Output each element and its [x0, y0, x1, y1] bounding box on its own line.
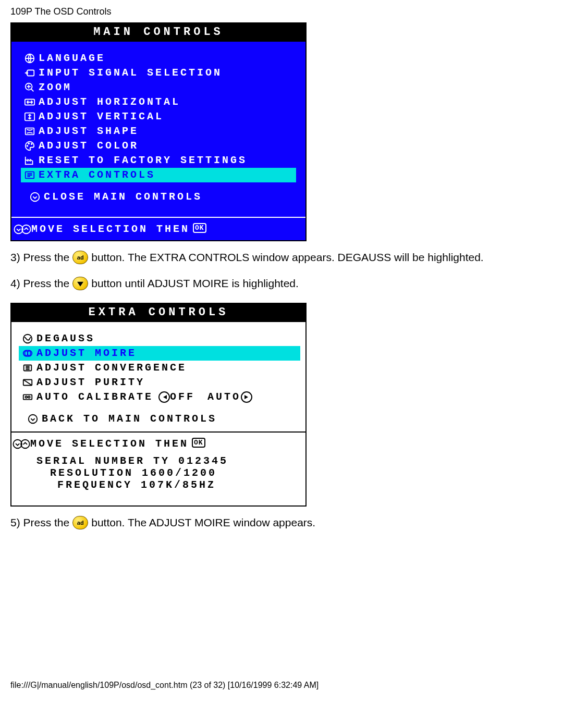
down-circle-icon — [26, 191, 44, 203]
menu-item-adjust-moire[interactable]: ADJUST MOIRE — [19, 346, 300, 361]
up-down-icon — [13, 438, 30, 450]
svg-point-6 — [27, 145, 28, 146]
menu-label: ADJUST CONVERGENCE — [36, 361, 187, 375]
instruction-step-3: 3) Press the ad button. The EXTRA CONTRO… — [10, 251, 553, 264]
input-icon — [21, 67, 39, 79]
resolution: RESOLUTION 1600/1200 — [36, 467, 300, 479]
menu-item-language[interactable]: LANGUAGE — [21, 51, 296, 66]
menu-item-back-main[interactable]: BACK TO MAIN CONTROLS — [19, 412, 300, 426]
menu-label: RESET TO FACTORY SETTINGS — [39, 153, 247, 168]
menu-item-adjust-horizontal[interactable]: ADJUST HORIZONTAL — [21, 95, 296, 109]
menu-label: ADJUST SHAPE — [39, 124, 139, 139]
svg-point-21 — [28, 396, 30, 398]
horiz-icon — [21, 96, 39, 108]
svg-rect-5 — [26, 128, 34, 135]
frequency: FREQUENCY 107K/85HZ — [36, 479, 300, 491]
footer-text: MOVE SELECTION THEN — [30, 438, 189, 450]
instruction-step-4: 4) Press the button until ADJUST MOIRE i… — [10, 277, 553, 290]
down-button-icon — [72, 277, 88, 290]
svg-point-22 — [29, 415, 38, 424]
menu-label: INPUT SIGNAL SELECTION — [39, 66, 222, 80]
menu-label: DEGAUSS — [36, 331, 95, 346]
calibrate-icon — [19, 391, 36, 403]
menu-label: ADJUST MOIRE — [36, 346, 137, 361]
converge-icon — [19, 362, 36, 374]
left-arrow-icon — [158, 391, 170, 403]
svg-point-16 — [28, 351, 31, 355]
menu-label: LANGUAGE — [39, 51, 105, 66]
page-footer-path: file:///G|/manual/english/109P/osd/osd_c… — [10, 681, 553, 690]
menu-label: ADJUST VERTICAL — [39, 109, 164, 124]
moire-icon — [19, 348, 36, 359]
osd-title: MAIN CONTROLS — [11, 23, 305, 42]
down-circle-icon — [24, 413, 42, 425]
step-text: 3) Press the — [10, 251, 69, 264]
menu-label: EXTRA CONTROLS — [39, 168, 155, 182]
up-down-icon — [14, 224, 31, 235]
serial-number: SERIAL NUMBER TY 012345 — [36, 455, 300, 467]
vert-icon — [21, 111, 39, 122]
auto-label: AUTO — [207, 390, 241, 404]
osd-extra-controls: EXTRA CONTROLS DEGAUSS ADJUST MOIRE ADJU… — [10, 303, 307, 507]
ok-icon: OK — [193, 223, 206, 233]
svg-point-20 — [25, 396, 27, 398]
svg-rect-1 — [27, 70, 34, 76]
language-icon — [21, 53, 39, 64]
reset-icon — [21, 155, 39, 166]
purity-icon — [19, 377, 36, 388]
menu-label: AUTO CALIBRATE — [36, 390, 153, 404]
svg-point-10 — [31, 193, 40, 202]
right-arrow-icon — [241, 391, 252, 403]
menu-item-adjust-shape[interactable]: ADJUST SHAPE — [21, 124, 296, 139]
menu-item-zoom[interactable]: ZOOM — [21, 80, 296, 95]
step-text: button. The ADJUST MOIRE window appears. — [91, 516, 315, 529]
menu-item-degauss[interactable]: DEGAUSS — [19, 331, 300, 346]
osd-footer: MOVE SELECTION THEN OK — [11, 217, 305, 240]
menu-label: BACK TO MAIN CONTROLS — [42, 412, 217, 426]
menu-label: ADJUST COLOR — [39, 139, 139, 153]
menu-item-auto-calibrate[interactable]: AUTO CALIBRATE OFF AUTO — [19, 390, 300, 404]
degauss-icon — [19, 333, 36, 344]
menu-item-adjust-convergence[interactable]: ADJUST CONVERGENCE — [19, 361, 300, 375]
menu-item-extra-controls[interactable]: EXTRA CONTROLS — [21, 168, 296, 182]
color-icon — [21, 140, 39, 152]
off-label: OFF — [170, 390, 195, 404]
menu-label: CLOSE MAIN CONTROLS — [44, 190, 202, 204]
page-header: 109P The OSD Controls — [10, 6, 553, 17]
menu-item-adjust-vertical[interactable]: ADJUST VERTICAL — [21, 109, 296, 124]
menu-item-adjust-color[interactable]: ADJUST COLOR — [21, 139, 296, 153]
step-text: button. The EXTRA CONTROLS window appear… — [91, 251, 483, 264]
menu-label: ADJUST PURITY — [36, 375, 145, 390]
extra-icon — [21, 169, 39, 181]
zoom-icon — [21, 82, 39, 93]
ok-icon: OK — [192, 438, 205, 448]
menu-item-adjust-purity[interactable]: ADJUST PURITY — [19, 375, 300, 390]
menu-label: ZOOM — [39, 80, 72, 95]
instruction-step-5: 5) Press the ad button. The ADJUST MOIRE… — [10, 516, 553, 529]
menu-item-close-main[interactable]: CLOSE MAIN CONTROLS — [21, 190, 296, 204]
step-text: 4) Press the — [10, 277, 69, 290]
ad-button-icon: ad — [72, 516, 88, 529]
osd-main-controls: MAIN CONTROLS LANGUAGE INPUT SIGNAL SELE… — [10, 22, 307, 241]
osd-title: EXTRA CONTROLS — [11, 304, 305, 322]
osd-footer: MOVE SELECTION THEN OK SERIAL NUMBER TY … — [11, 431, 305, 505]
svg-point-13 — [23, 335, 32, 343]
menu-item-input-signal[interactable]: INPUT SIGNAL SELECTION — [21, 66, 296, 80]
footer-text: MOVE SELECTION THEN — [31, 223, 190, 235]
step-text: 5) Press the — [10, 516, 69, 529]
shape-icon — [21, 126, 39, 137]
svg-point-8 — [31, 143, 32, 144]
svg-point-7 — [28, 143, 29, 144]
step-text: button until ADJUST MOIRE is highlighted… — [91, 277, 299, 290]
menu-label: ADJUST HORIZONTAL — [39, 95, 180, 109]
ad-button-icon: ad — [72, 251, 88, 264]
menu-item-reset-factory[interactable]: RESET TO FACTORY SETTINGS — [21, 153, 296, 168]
